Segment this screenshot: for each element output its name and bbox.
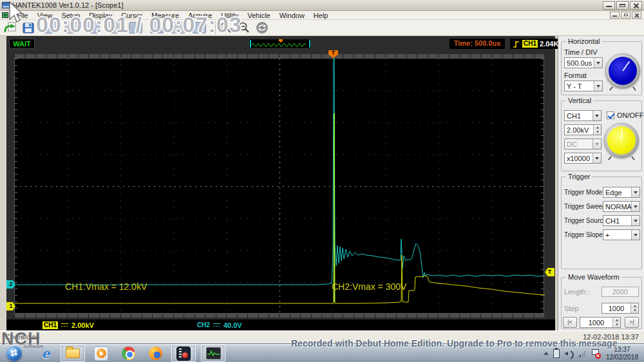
length-field: 2000 [601, 287, 639, 297]
media-player-icon [94, 347, 108, 361]
menu-window[interactable]: Window [275, 11, 309, 20]
horizontal-group-title: Horizontal [566, 37, 602, 45]
network-icon[interactable] [578, 350, 587, 357]
ch1-coupling-icon [61, 323, 68, 327]
ch2-scale-value: 40.0V [223, 321, 242, 329]
taskbar-debut-recorder[interactable] [171, 345, 196, 362]
trigger-readout: CH1 2.04KV [510, 39, 565, 49]
step-label: Step [564, 305, 579, 312]
taskbar-hantek-app[interactable] [201, 345, 225, 362]
chevron-down-icon [631, 202, 639, 211]
chevron-down-icon [631, 187, 639, 197]
ticks-left [15, 59, 17, 313]
scope-display-area: WAIT Time: 500.0us CH1 2.04KV [6, 36, 555, 330]
document-icon [2, 12, 8, 18]
child-minimize-button[interactable] [610, 12, 620, 19]
trigger-channel-badge: CH1 [522, 40, 538, 48]
knob-face [609, 57, 637, 85]
chevron-down-icon [594, 81, 602, 91]
vertical-position-knob[interactable] [604, 123, 639, 158]
nch-logo-subtext: Software [23, 343, 44, 349]
mouse-cursor [8, 1, 28, 23]
menu-vehicle[interactable]: Vehicle [243, 11, 274, 20]
time-div-dropdown[interactable]: 500.0us [564, 57, 603, 68]
vertical-group: Vertical CH1 ON/OFF 2.00kV DC x10000 [561, 100, 642, 171]
trigger-slope-dropdown[interactable]: + [603, 229, 640, 240]
expand-tray-icon[interactable] [544, 349, 549, 355]
folder-icon [66, 348, 80, 358]
channel-readout-strip: CH1 2.00kV CH2 40.0V [6, 319, 555, 330]
taskbar-chrome[interactable] [116, 345, 140, 362]
volts-div-spinner[interactable]: 2.00kV [564, 124, 601, 135]
menu-help[interactable]: Help [309, 11, 333, 20]
format-dropdown[interactable]: Y - T [564, 81, 603, 91]
vertical-group-title: Vertical [566, 97, 593, 104]
taskbar-media-player[interactable] [89, 345, 113, 362]
trigger-mode-dropdown[interactable]: Edge [603, 187, 640, 198]
chevron-down-icon [631, 230, 639, 240]
position-spinner[interactable]: 1000 [580, 317, 621, 328]
minimize-button[interactable] [603, 1, 615, 10]
ruler-bottom [14, 314, 544, 318]
ch1-vmax-annotation: CH1:Vmax = 12.0kV [65, 281, 147, 292]
step-spinner[interactable]: 1000 [601, 303, 639, 314]
spinner-arrows-icon[interactable] [612, 318, 620, 327]
clock-date: 12/02/2018 [606, 354, 638, 361]
probe-dropdown[interactable]: x10000 [564, 153, 601, 164]
debut-recorder-icon [176, 347, 191, 361]
timebase-readout: Time: 500.0us [450, 39, 505, 49]
chevron-down-icon [631, 216, 639, 225]
battery-icon[interactable] [553, 349, 560, 358]
ch1-badge[interactable]: CH1 [43, 321, 58, 329]
refresh-icon[interactable] [254, 21, 270, 35]
channel-dropdown[interactable]: CH1 [564, 110, 601, 121]
taskbar-file-explorer[interactable] [61, 345, 85, 362]
ticks-right [541, 59, 544, 313]
child-restore-button[interactable] [621, 12, 630, 19]
move-waveform-title: Move Waveform [566, 273, 621, 281]
chevron-down-icon [594, 58, 602, 68]
spinner-arrows-icon[interactable] [593, 125, 601, 135]
acquisition-status-badge: WAIT [9, 39, 35, 49]
taskbar-firefox[interactable] [143, 345, 167, 362]
debut-watermark: Recorded with Debut Home Edition. Upgrad… [291, 338, 644, 348]
knob-face [607, 126, 636, 155]
firefox-icon [149, 347, 162, 360]
spinner-arrows-icon[interactable] [630, 303, 638, 313]
close-button[interactable] [630, 1, 642, 10]
scope-status-strip: WAIT Time: 500.0us CH1 2.04KV [6, 36, 555, 53]
nch-logo-watermark: NCH Software [1, 329, 41, 349]
chrome-icon [122, 347, 135, 360]
waveform-preview[interactable] [249, 39, 312, 49]
horizontal-group: Horizontal Time / DIV 500.0us Format Y -… [561, 41, 642, 95]
trigger-source-dropdown[interactable]: CH1 [603, 215, 640, 226]
trigger-sweep-label: Trigger Sweep [564, 203, 606, 210]
trigger-sweep-dropdown[interactable]: NORMAL [603, 201, 640, 212]
waveform-plot: CH1:Vmax = 12.0kV CH2:Vmax = 300V [14, 58, 544, 314]
onoff-label: ON/OFF [617, 111, 644, 119]
length-label: Length : [564, 288, 590, 296]
control-panel: Horizontal Time / DIV 500.0us Format Y -… [558, 36, 644, 330]
action-center-icon[interactable] [591, 349, 599, 357]
trigger-slope-icon [512, 40, 520, 48]
child-close-button[interactable] [632, 12, 641, 19]
time-div-label: Time / DIV [564, 48, 598, 56]
ch2-badge[interactable]: CH2 [197, 321, 210, 329]
trigger-group-title: Trigger [566, 173, 592, 180]
trigger-mode-label: Trigger Mode [564, 189, 602, 196]
chevron-down-icon [592, 153, 601, 163]
ch2-coupling-icon [213, 323, 220, 327]
coupling-dropdown[interactable]: DC [564, 138, 601, 149]
title-bar: HANTEK1008 Ver1.0.12 - [Scope1] [0, 0, 644, 11]
trigger-level-marker[interactable]: T [545, 268, 554, 276]
chevron-down-icon [592, 111, 601, 120]
ch1-scale-value: 2.00kV [71, 321, 94, 329]
go-first-button[interactable]: |< [563, 317, 577, 328]
maximize-button[interactable] [616, 1, 629, 10]
horizontal-position-knob[interactable] [605, 53, 640, 88]
preview-waveform [250, 40, 310, 49]
volume-icon[interactable] [564, 350, 573, 357]
go-last-button[interactable]: >| [625, 317, 639, 328]
trigger-slope-label: Trigger Slope [564, 231, 603, 238]
channel-onoff-checkbox[interactable] [607, 111, 614, 119]
